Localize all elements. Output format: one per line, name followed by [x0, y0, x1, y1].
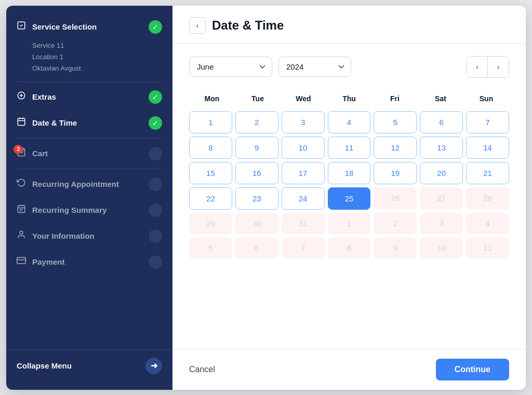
calendar-day[interactable]: 7 — [466, 111, 509, 133]
sidebar-item-date-time[interactable]: Date & Time ✓ — [6, 110, 172, 136]
continue-button[interactable]: Continue — [436, 359, 509, 380]
calendar-week-1: 1234567 — [189, 111, 509, 133]
sidebar-item-service-selection[interactable]: Service Selection ✓ — [6, 14, 172, 40]
sidebar-item-recurring-appointment[interactable]: Recurring Appointment — [6, 171, 172, 197]
sub-info-text: Oktavian Avgust — [32, 63, 162, 74]
day-of-week-tue: Tue — [235, 90, 281, 107]
calendar-day: 6 — [235, 237, 278, 258]
calendar-day[interactable]: 6 — [420, 111, 463, 133]
calendar-day[interactable]: 10 — [282, 137, 325, 159]
collapse-menu-button[interactable]: Collapse Menu ➜ — [6, 350, 172, 382]
calendar-day: 2 — [374, 213, 417, 234]
calendar-week-2: 891011121314 — [189, 137, 509, 159]
cart-badge: 3 — [14, 145, 23, 154]
service-selection-label: Service Selection — [32, 22, 142, 31]
status-dot — [149, 178, 162, 191]
cart-label: Cart — [32, 149, 142, 158]
calendar-day[interactable]: 14 — [466, 137, 509, 159]
calendar-day[interactable]: 12 — [374, 137, 417, 159]
calendar-week-5: 2930311234 — [189, 213, 509, 234]
status-check-icon: ✓ — [149, 20, 162, 34]
calendar-day[interactable]: 18 — [328, 162, 371, 184]
calendar-day[interactable]: 9 — [235, 137, 278, 159]
extras-icon — [17, 91, 26, 103]
calendar-day[interactable]: 24 — [282, 187, 325, 210]
calendar-day: 1 — [328, 213, 371, 234]
sidebar-item-cart[interactable]: 3 Cart — [6, 141, 172, 167]
year-select[interactable]: 202320242025 — [278, 57, 351, 77]
date-time-icon — [17, 117, 26, 129]
calendar-day: 29 — [189, 213, 232, 234]
recurring-appointment-icon — [17, 178, 26, 190]
calendar-day[interactable]: 16 — [235, 162, 278, 184]
calendar-header-row: MonTueWedThuFriSatSun — [189, 90, 509, 107]
sub-info-text: Location 1 — [32, 51, 162, 63]
date-time-label: Date & Time — [32, 118, 142, 127]
calendar-day[interactable]: 13 — [420, 137, 463, 159]
calendar-day: 27 — [420, 187, 463, 210]
sidebar-item-recurring-summary[interactable]: Recurring Summary — [6, 197, 172, 223]
svg-rect-2 — [18, 118, 25, 126]
day-of-week-mon: Mon — [189, 90, 235, 107]
day-of-week-thu: Thu — [326, 90, 372, 107]
calendar-week-4: 22232425262728 — [189, 187, 509, 210]
svg-rect-6 — [17, 257, 26, 264]
main-footer: Cancel Continue — [172, 349, 526, 390]
main-content: ‹ Date & Time JanuaryFebruaryMarchAprilM… — [172, 6, 526, 390]
calendar-day: 11 — [466, 237, 509, 258]
collapse-arrow-icon: ➜ — [145, 358, 162, 374]
status-dot — [149, 229, 162, 243]
calendar-week-6: 567891011 — [189, 237, 509, 258]
cancel-button[interactable]: Cancel — [189, 365, 215, 374]
extras-label: Extras — [32, 92, 142, 101]
calendar-day[interactable]: 1 — [189, 111, 232, 133]
sub-info-text: Service 11 — [32, 40, 162, 51]
calendar-day: 31 — [282, 213, 325, 234]
month-select[interactable]: JanuaryFebruaryMarchAprilMayJuneJulyAugu… — [189, 57, 272, 77]
calendar-day[interactable]: 17 — [282, 162, 325, 184]
main-header: ‹ Date & Time — [172, 6, 526, 44]
calendar-day[interactable]: 11 — [328, 137, 371, 159]
calendar-day[interactable]: 15 — [189, 162, 232, 184]
status-dot — [149, 203, 162, 217]
calendar-day[interactable]: 20 — [420, 162, 463, 184]
day-of-week-sat: Sat — [418, 90, 463, 107]
calendar-day: 4 — [466, 213, 509, 234]
your-information-label: Your Information — [32, 231, 142, 240]
day-of-week-fri: Fri — [372, 90, 418, 107]
calendar-day[interactable]: 25 — [328, 187, 371, 210]
month-navigation: JanuaryFebruaryMarchAprilMayJuneJulyAugu… — [189, 56, 509, 78]
calendar-day: 30 — [235, 213, 278, 234]
service-selection-sub-info: Service 11Location 1Oktavian Avgust — [6, 40, 172, 79]
calendar-day[interactable]: 21 — [466, 162, 509, 184]
status-dot — [149, 147, 162, 160]
day-of-week-wed: Wed — [281, 90, 326, 107]
calendar-body: 1234567891011121314151617181920212223242… — [189, 111, 509, 258]
prev-month-button[interactable]: ‹ — [467, 57, 488, 77]
service-selection-icon — [17, 21, 26, 33]
sidebar: Service Selection ✓ Service 11Location 1… — [6, 6, 172, 390]
calendar-day[interactable]: 8 — [189, 137, 232, 159]
sidebar-item-your-information[interactable]: Your Information — [6, 223, 172, 249]
calendar-nav-arrows: ‹ › — [467, 56, 509, 78]
payment-icon — [17, 256, 26, 268]
calendar-day[interactable]: 5 — [374, 111, 417, 133]
next-month-button[interactable]: › — [488, 57, 509, 77]
calendar-day[interactable]: 4 — [328, 111, 371, 133]
calendar-day: 10 — [420, 237, 463, 258]
day-of-week-sun: Sun — [463, 90, 509, 107]
sidebar-item-extras[interactable]: Extras ✓ — [6, 84, 172, 110]
calendar-day[interactable]: 22 — [189, 187, 232, 210]
sidebar-item-payment[interactable]: Payment — [6, 249, 172, 275]
status-check-icon: ✓ — [149, 90, 162, 104]
calendar-day[interactable]: 23 — [235, 187, 278, 210]
back-button[interactable]: ‹ — [189, 17, 206, 34]
status-dot — [149, 255, 162, 269]
svg-point-5 — [20, 231, 23, 235]
collapse-menu-label: Collapse Menu — [17, 361, 72, 370]
calendar-day[interactable]: 2 — [235, 111, 278, 133]
calendar-day[interactable]: 3 — [282, 111, 325, 133]
calendar-area: JanuaryFebruaryMarchAprilMayJuneJulyAugu… — [172, 44, 526, 349]
calendar-day: 9 — [374, 237, 417, 258]
calendar-day[interactable]: 19 — [374, 162, 417, 184]
